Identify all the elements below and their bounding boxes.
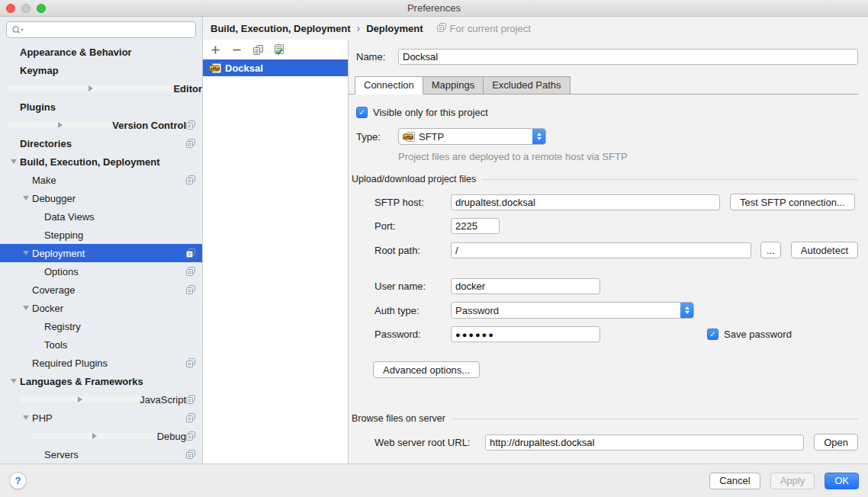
- chevron-down-icon[interactable]: [20, 196, 32, 200]
- port-input[interactable]: [451, 218, 500, 234]
- use-as-default-button[interactable]: [273, 43, 285, 56]
- web-root-label: Web server root URL:: [375, 437, 485, 448]
- sidebar-item-label: Servers: [44, 449, 79, 460]
- settings-search-input[interactable]: [6, 21, 196, 38]
- chevron-down-icon[interactable]: [20, 415, 32, 420]
- apply-button[interactable]: Apply: [770, 473, 815, 489]
- sidebar-item-tools[interactable]: Tools: [0, 335, 202, 354]
- port-row: Port:: [349, 218, 858, 234]
- copy-server-button[interactable]: [252, 43, 264, 56]
- type-value: SFTP: [419, 131, 444, 143]
- advanced-options-button[interactable]: Advanced options...: [373, 361, 480, 378]
- sidebar-item-directories[interactable]: Directories: [0, 134, 202, 152]
- sidebar-item-appearance-behavior[interactable]: Appearance & Behavior: [0, 43, 202, 61]
- project-level-icon: [186, 139, 195, 148]
- sidebar-item-deployment[interactable]: Deployment: [0, 244, 202, 262]
- sidebar-item-label: Tools: [44, 339, 67, 351]
- visible-only-checkbox[interactable]: [356, 107, 368, 118]
- chevron-down-icon[interactable]: [8, 379, 20, 383]
- help-button[interactable]: ?: [9, 472, 27, 489]
- tab-mappings[interactable]: Mappings: [423, 76, 484, 94]
- titlebar: Preferences: [0, 0, 868, 17]
- password-input[interactable]: [451, 326, 600, 342]
- sidebar-item-label: Required Plugins: [32, 358, 108, 369]
- chevron-right-icon[interactable]: [8, 122, 112, 128]
- sidebar-item-make[interactable]: Make: [0, 171, 202, 189]
- remove-server-button[interactable]: [230, 43, 243, 56]
- sidebar-item-label: PHP: [32, 412, 53, 424]
- sidebar-item-keymap[interactable]: Keymap: [0, 61, 202, 79]
- sidebar-item-build-execution-deployment[interactable]: Build, Execution, Deployment: [0, 152, 202, 171]
- sftp-host-label: SFTP host:: [375, 197, 451, 208]
- sidebar-item-required-plugins[interactable]: Required Plugins: [0, 354, 202, 372]
- test-sftp-connection-button[interactable]: Test SFTP connection...: [730, 194, 855, 210]
- upload-section-title: Upload/download project files: [352, 174, 476, 184]
- project-level-icon: [186, 267, 195, 276]
- sidebar-item-label: Options: [44, 266, 79, 277]
- tab-excluded-paths[interactable]: Excluded Paths: [483, 76, 570, 94]
- web-root-input[interactable]: [485, 434, 804, 451]
- type-row: Type: sftp SFTP: [349, 128, 858, 145]
- server-item-label: Docksal: [225, 63, 263, 74]
- zoom-window-button[interactable]: [37, 4, 46, 13]
- help-icon: ?: [15, 475, 21, 486]
- sidebar-item-data-views[interactable]: Data Views: [0, 207, 202, 226]
- scope-label: For current project: [450, 23, 531, 34]
- sidebar-item-languages-frameworks[interactable]: Languages & Frameworks: [0, 372, 202, 390]
- project-scope-icon: [437, 23, 446, 34]
- sidebar-item-editor[interactable]: Editor: [0, 79, 202, 98]
- sidebar-item-php[interactable]: PHP: [0, 409, 202, 427]
- root-path-input[interactable]: [451, 242, 751, 258]
- ok-button[interactable]: OK: [825, 473, 859, 489]
- sidebar-item-options[interactable]: Options: [0, 262, 202, 281]
- sidebar-item-label: Plugins: [20, 101, 56, 113]
- sidebar-item-version-control[interactable]: Version Control: [0, 116, 202, 134]
- sidebar-item-debugger[interactable]: Debugger: [0, 189, 202, 207]
- name-input[interactable]: [398, 49, 858, 65]
- sidebar-item-stepping[interactable]: Stepping: [0, 226, 202, 244]
- sidebar-item-label: Languages & Frameworks: [20, 376, 143, 387]
- autodetect-button[interactable]: Autodetect: [791, 242, 858, 258]
- sidebar-item-coverage[interactable]: Coverage: [0, 281, 202, 299]
- browse-root-path-button[interactable]: ...: [760, 242, 781, 258]
- visible-only-label: Visible only for this project: [373, 107, 488, 118]
- sidebar-item-docker[interactable]: Docker: [0, 299, 202, 317]
- chevron-right-icon[interactable]: [32, 433, 157, 439]
- root-path-label: Root path:: [375, 245, 451, 256]
- auth-type-select[interactable]: Password: [451, 302, 694, 319]
- open-button[interactable]: Open: [814, 434, 858, 451]
- search-container: [0, 17, 202, 41]
- project-level-icon: [186, 285, 195, 294]
- sidebar-item-registry[interactable]: Registry: [0, 317, 202, 335]
- sidebar-item-plugins[interactable]: Plugins: [0, 98, 202, 116]
- user-name-input[interactable]: [451, 278, 600, 294]
- tab-connection[interactable]: Connection: [355, 76, 423, 95]
- cancel-button[interactable]: Cancel: [709, 473, 760, 489]
- sidebar-item-javascript[interactable]: JavaScript: [0, 390, 202, 409]
- window-controls: [6, 4, 46, 13]
- preferences-window: Preferences Appearance & BehaviorKeymapE…: [0, 0, 868, 497]
- visible-only-row: Visible only for this project: [349, 107, 858, 118]
- save-password-checkbox[interactable]: [707, 329, 719, 340]
- minimize-window-button[interactable]: [21, 4, 31, 13]
- breadcrumb-parent[interactable]: Build, Execution, Deployment: [211, 23, 350, 34]
- chevron-down-icon[interactable]: [20, 306, 32, 310]
- sidebar-item-label: Debugger: [32, 193, 76, 204]
- chevron-down-icon[interactable]: [8, 159, 20, 164]
- project-level-icon: [186, 358, 195, 367]
- svg-text:sftp: sftp: [403, 134, 413, 139]
- settings-tree: Appearance & BehaviorKeymapEditorPlugins…: [0, 41, 202, 463]
- settings-detail: Build, Execution, Deployment › Deploymen…: [203, 17, 868, 463]
- chevron-right-icon[interactable]: [20, 396, 140, 402]
- type-select[interactable]: sftp SFTP: [398, 128, 546, 145]
- chevron-right-icon[interactable]: [8, 85, 173, 91]
- sidebar-item-debug[interactable]: Debug: [0, 427, 202, 445]
- add-server-button[interactable]: [209, 43, 221, 56]
- close-window-button[interactable]: [6, 4, 15, 13]
- sidebar-item-label: Stepping: [44, 229, 83, 241]
- breadcrumb-separator: ›: [356, 22, 360, 34]
- chevron-down-icon[interactable]: [20, 251, 32, 255]
- sidebar-item-servers[interactable]: Servers: [0, 445, 202, 463]
- sftp-host-input[interactable]: [451, 194, 720, 210]
- server-item-docksal[interactable]: sftpDocksal: [203, 59, 348, 76]
